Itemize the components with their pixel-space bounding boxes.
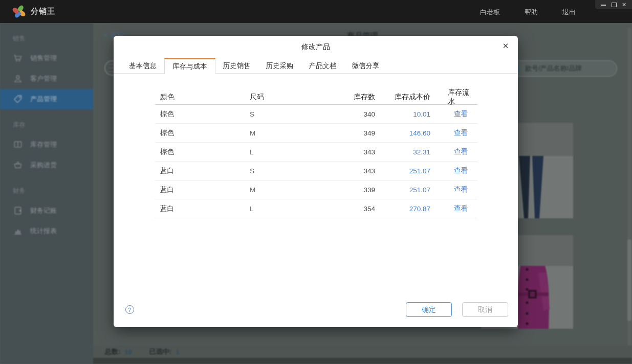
cell-size: M [250,129,347,137]
confirm-button[interactable]: 确定 [406,302,452,317]
cell-cost: 251.07 [375,167,430,175]
user-menu[interactable]: 白老板 [480,8,500,17]
cell-stock: 339 [347,186,375,194]
modal-tab[interactable]: 微信分享 [344,58,387,73]
modal-tab[interactable]: 产品文档 [301,58,344,73]
view-stock-flow-link[interactable]: 查看 [454,110,468,118]
table-row: 棕色 M 349 146.60 查看 [155,124,477,143]
cell-color: 棕色 [160,109,250,119]
dialog-title: 修改产品 [114,42,518,52]
cell-stock: 340 [347,110,375,118]
edit-product-dialog: 修改产品 ✕ 基本信息库存与成本历史销售历史采购产品文档微信分享 颜色尺码库存数… [114,36,518,327]
cell-size: L [250,148,347,156]
view-stock-flow-link[interactable]: 查看 [454,148,468,155]
maximize-icon[interactable] [611,2,616,7]
column-header: 库存成本价 [375,93,430,102]
cell-color: 棕色 [160,147,250,156]
modal-tabs: 基本信息库存与成本历史销售历史采购产品文档微信分享 [114,58,518,74]
cell-cost: 10.01 [375,110,430,118]
app-name: 分销王 [31,7,55,16]
table-body: 棕色 S 340 10.01 查看 棕色 M 349 146.60 查看 棕色 … [155,105,477,218]
cell-cost: 32.31 [375,148,430,156]
cell-color: 棕色 [160,128,250,138]
cell-cost: 270.87 [375,205,430,213]
cell-color: 蓝白 [160,166,250,175]
window-controls: ✕ [595,0,632,9]
help-icon[interactable]: ? [125,305,134,314]
modal-tab[interactable]: 库存与成本 [164,58,215,74]
table-row: 蓝白 L 354 270.87 查看 [155,199,477,218]
cell-stock: 343 [347,148,375,156]
help-menu[interactable]: 帮助 [525,8,538,17]
column-header: 尺码 [250,93,347,102]
cell-color: 蓝白 [160,185,250,194]
inventory-table: 颜色尺码库存数库存成本价库存流水 棕色 S 340 10.01 查看 棕色 M … [155,88,477,218]
cell-cost: 251.07 [375,186,430,194]
table-row: 棕色 S 340 10.01 查看 [155,105,477,124]
table-row: 蓝白 S 343 251.07 查看 [155,162,477,180]
table-row: 蓝白 M 339 251.07 查看 [155,180,477,199]
modal-tab[interactable]: 历史采购 [258,58,301,73]
dialog-close-icon[interactable]: ✕ [499,40,512,52]
close-icon[interactable]: ✕ [622,2,627,7]
column-header: 库存数 [347,93,375,102]
column-header: 库存流水 [430,88,472,106]
logout-menu[interactable]: 退出 [562,8,576,17]
table-row: 棕色 L 343 32.31 查看 [155,143,477,162]
cell-size: S [250,167,347,175]
modal-tab[interactable]: 基本信息 [121,58,164,73]
cell-stock: 343 [347,167,375,175]
cell-size: S [250,110,347,118]
cell-color: 蓝白 [160,204,250,213]
titlebar: 分销王 白老板 帮助 退出 ✕ [0,0,632,23]
table-header: 颜色尺码库存数库存成本价库存流水 [155,88,477,105]
column-header: 颜色 [160,93,250,102]
cell-size: M [250,186,347,194]
app-logo-icon [13,5,26,17]
modal-tab[interactable]: 历史销售 [215,58,258,73]
cell-cost: 146.60 [375,129,430,137]
cancel-button[interactable]: 取消 [462,302,508,317]
cell-size: L [250,205,347,213]
cell-stock: 354 [347,205,375,213]
view-stock-flow-link[interactable]: 查看 [454,186,468,193]
view-stock-flow-link[interactable]: 查看 [454,167,468,174]
view-stock-flow-link[interactable]: 查看 [454,129,468,136]
view-stock-flow-link[interactable]: 查看 [454,204,468,212]
cell-stock: 349 [347,129,375,137]
minimize-icon[interactable] [601,2,606,7]
